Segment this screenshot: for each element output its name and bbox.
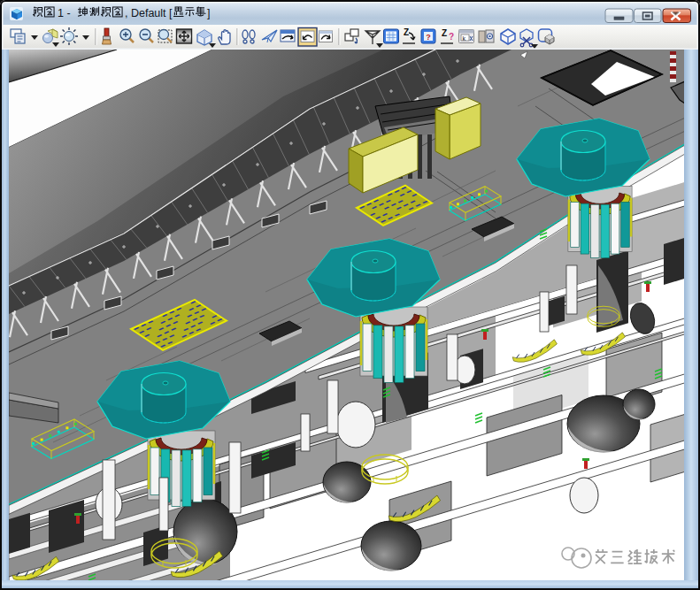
svg-text:]: ] bbox=[207, 7, 210, 19]
svg-text:?: ? bbox=[426, 33, 431, 42]
svg-text:Z: Z bbox=[404, 27, 409, 37]
svg-text:, Default [: , Default [ bbox=[125, 7, 173, 19]
svg-text:?: ? bbox=[449, 32, 454, 42]
svg-text:1 -: 1 - bbox=[58, 7, 71, 19]
svg-text:Z: Z bbox=[442, 28, 447, 38]
svg-text:k: k bbox=[463, 35, 466, 42]
